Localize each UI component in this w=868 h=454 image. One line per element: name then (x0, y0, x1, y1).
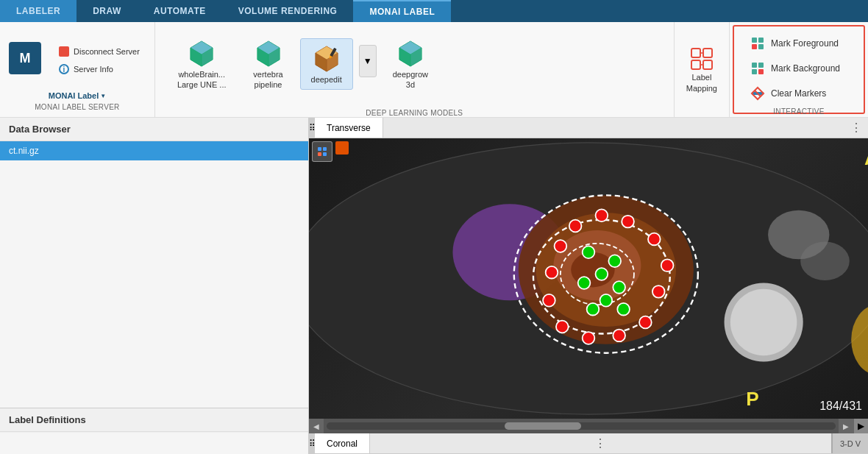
deepedit-label: deepedit (311, 74, 342, 85)
start-label[interactable]: MONAI Label ▼ (49, 91, 106, 100)
data-browser-header: Data Browser (0, 118, 308, 141)
mark-background-icon (750, 61, 765, 76)
3d-view-label: 3-D V (831, 433, 868, 453)
color-indicator (335, 141, 349, 155)
svg-point-69 (555, 240, 567, 252)
clear-markers-icon (750, 86, 765, 101)
tab-transverse[interactable]: Transverse (315, 118, 383, 138)
label-mapping-section: LabelMapping (675, 22, 730, 117)
dropdown-arrow: ▼ (100, 93, 106, 99)
svg-rect-27 (758, 44, 764, 49)
server-info-label: Server Info (74, 65, 113, 74)
nav-draw[interactable]: DRAW (77, 0, 138, 22)
svg-rect-75 (323, 147, 327, 151)
scroll-right[interactable]: ▶ (839, 419, 853, 433)
scroll-left[interactable]: ◀ (309, 419, 324, 433)
model-deepedit[interactable]: deepedit (300, 38, 353, 90)
viewport-split-handle[interactable]: ▶ (853, 419, 868, 433)
viewport-tabs: ⠿ Transverse ⋮ (309, 118, 868, 138)
label-mapping-icon (689, 46, 715, 72)
svg-rect-28 (752, 63, 757, 68)
svg-point-54 (600, 294, 612, 307)
whole-brain-label: wholeBrain...Large UNE ... (177, 69, 227, 91)
svg-point-42 (730, 289, 797, 355)
frame-counter: 184/431 (819, 400, 862, 413)
svg-point-63 (639, 316, 652, 329)
tab-coronal[interactable]: Coronal (315, 433, 370, 453)
svg-point-49 (583, 246, 595, 258)
svg-point-56 (617, 303, 630, 316)
tab-handle-left[interactable]: ⠿ (309, 118, 315, 138)
svg-rect-31 (758, 69, 764, 74)
mark-foreground-button[interactable]: Mark Foreground (743, 32, 855, 54)
coronal-tab-bar: ⠿ Coronal ⋮ 3-D V (309, 433, 868, 454)
svg-point-55 (587, 303, 600, 316)
svg-point-62 (652, 285, 665, 298)
svg-point-53 (613, 281, 625, 294)
svg-point-45 (800, 241, 850, 280)
deepgrow3d-label: deepgrow3d (393, 69, 428, 91)
svg-point-61 (661, 259, 674, 272)
nav-automate[interactable]: AUTOMATE (138, 0, 222, 22)
vertebra-label: vertebrapipeline (253, 69, 282, 91)
model-vertebra[interactable]: vertebrapipeline (243, 34, 294, 95)
start-text: MONAI Label (49, 91, 99, 100)
server-info-button[interactable]: i Server Info (53, 62, 146, 77)
interactive-buttons: Mark Foreground Mark Background (743, 32, 855, 104)
svg-text:P: P (746, 388, 758, 410)
scroll-thumb[interactable] (505, 422, 581, 430)
tool-crosshair[interactable] (312, 141, 332, 162)
svg-point-59 (622, 216, 634, 228)
svg-point-58 (596, 209, 608, 221)
scroll-track[interactable] (327, 422, 836, 430)
deepedit-icon (311, 43, 342, 74)
ct-image-viewport[interactable]: A R L P (309, 138, 868, 419)
dl-section: wholeBrain...Large UNE ... vertebrapipel… (155, 22, 675, 117)
server-buttons: Disconnect Server i Server Info (53, 44, 146, 77)
ct-overlay: A R L P (309, 138, 868, 419)
svg-rect-30 (752, 69, 757, 74)
model-deepgrow3d[interactable]: deepgrow3d (383, 34, 438, 95)
svg-rect-76 (318, 152, 321, 156)
disconnect-server-button[interactable]: Disconnect Server (53, 44, 146, 59)
dl-section-title: DEEP LEARNING MODELS (155, 106, 674, 117)
viewport-menu-button[interactable]: ⋮ (844, 121, 868, 135)
disconnect-icon (59, 46, 69, 57)
svg-rect-20 (691, 60, 700, 69)
whole-brain-icon (186, 38, 217, 69)
svg-point-57 (569, 220, 582, 233)
info-icon: i (59, 64, 69, 74)
viewport-toolbar (312, 141, 349, 162)
coronal-menu-button[interactable]: ⋮ (588, 436, 612, 450)
coronal-tab-handle[interactable]: ⠿ (309, 433, 315, 454)
file-item-ct[interactable]: ct.nii.gz (0, 141, 308, 160)
clear-markers-button[interactable]: Clear Markers (743, 82, 855, 104)
interactive-section-title: INTERACTIVE (743, 104, 855, 116)
svg-point-66 (556, 321, 569, 333)
nav-monai-label[interactable]: MONAI LABEL (353, 0, 451, 22)
model-whole-brain[interactable]: wholeBrain...Large UNE ... (167, 34, 237, 95)
mark-background-button[interactable]: Mark Background (743, 57, 855, 79)
scroll-area: ◀ ▶ ▶ (309, 419, 868, 433)
label-defs-header: Label Definitions (0, 408, 308, 432)
svg-point-52 (578, 277, 591, 289)
interactive-section: Mark Foreground Mark Background (733, 25, 865, 114)
svg-point-50 (608, 255, 621, 267)
clear-markers-label: Clear Markers (771, 88, 826, 99)
nav-volume-rendering[interactable]: VOLUME RENDERING (222, 0, 354, 22)
svg-point-68 (546, 266, 558, 279)
nav-labeler[interactable]: LABELER (0, 0, 77, 22)
svg-point-51 (596, 268, 608, 280)
svg-point-60 (648, 233, 661, 246)
svg-rect-25 (758, 38, 764, 43)
svg-point-65 (583, 332, 595, 344)
models-dropdown-button[interactable]: ▼ (359, 45, 377, 77)
svg-point-67 (543, 294, 555, 307)
crosshair-icon (316, 146, 328, 157)
svg-rect-74 (318, 147, 321, 151)
label-mapping-label: LabelMapping (686, 72, 717, 93)
left-panel: Data Browser ct.nii.gz Label Definitions (0, 118, 309, 454)
mark-background-label: Mark Background (771, 63, 840, 74)
svg-point-64 (613, 330, 625, 342)
disconnect-label: Disconnect Server (74, 47, 140, 56)
